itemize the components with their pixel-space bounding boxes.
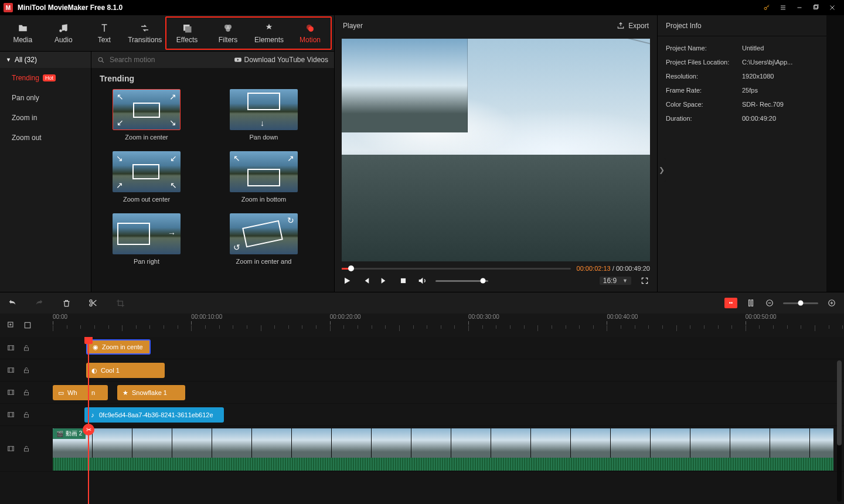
clip-motion[interactable]: ◉ Zoom in cente [86, 339, 151, 355]
clip-transition-1b[interactable]: n [88, 385, 108, 400]
motion-item[interactable]: ↖↗Zoom in bottom [217, 151, 311, 203]
playhead[interactable]: ✂ [88, 337, 89, 504]
search-icon [97, 56, 105, 64]
menu-icon[interactable] [775, 0, 791, 15]
close-button[interactable] [824, 0, 840, 15]
unlock-icon[interactable] [23, 367, 30, 374]
sidebar-item-zoom-in[interactable]: Zoom in [0, 108, 91, 128]
motion-gallery: Trending ↖↗↙↘Zoom in center↓Pan down↘↙↗↖… [91, 68, 334, 292]
volume-slider[interactable] [435, 280, 488, 282]
sidebar-header[interactable]: ▼ All (32) [0, 52, 91, 68]
volume-icon[interactable] [417, 275, 427, 286]
motion-item[interactable]: ↘↙↗↖Zoom out center [100, 151, 193, 203]
category-sidebar: ▼ All (32) TrendingHotPan onlyZoom inZoo… [0, 52, 91, 292]
hot-badge: Hot [43, 74, 56, 81]
filters-icon [223, 23, 233, 33]
section-title: Trending [100, 74, 326, 83]
tab-text[interactable]: Text [84, 15, 125, 51]
tab-filters[interactable]: Filters [207, 18, 249, 49]
video-track-icon [7, 389, 15, 396]
scissors-icon[interactable]: ✂ [83, 424, 94, 435]
sidebar-item-trending[interactable]: TrendingHot [0, 68, 91, 88]
marker-button[interactable]: •• [724, 298, 737, 308]
video-clip-label[interactable]: 🎬 動画 2 [53, 428, 86, 439]
tab-elements[interactable]: Elements [249, 18, 290, 49]
app-title: MiniTool MovieMaker Free 8.1.0 [18, 4, 122, 12]
tab-transitions[interactable]: Transitions [125, 15, 166, 51]
unlock-icon[interactable] [23, 445, 30, 452]
info-row: Duration:00:00:49:20 [658, 111, 826, 125]
download-youtube-link[interactable]: Download YouTube Videos [234, 56, 328, 64]
audio-waveform [53, 458, 833, 471]
motion-item[interactable]: ↓Pan down [217, 89, 311, 141]
timeline-scrollbar[interactable] [837, 360, 842, 502]
unlock-icon[interactable] [23, 345, 30, 352]
video-preview[interactable] [342, 39, 650, 261]
split-button[interactable] [88, 298, 98, 308]
maximize-button[interactable] [808, 0, 824, 15]
play-button[interactable] [342, 275, 352, 286]
svg-rect-4 [185, 26, 192, 33]
info-row: Resolution:1920x1080 [658, 69, 826, 83]
prev-frame-button[interactable] [360, 275, 371, 286]
tab-effects[interactable]: Effects [166, 18, 207, 49]
tab-audio[interactable]: Audio [43, 15, 84, 51]
minimize-button[interactable] [791, 0, 808, 15]
clip-element[interactable]: ★ Snowflake 1 [117, 385, 185, 400]
svg-rect-2 [815, 5, 818, 8]
tab-motion[interactable]: Motion [290, 18, 331, 49]
search-input[interactable] [110, 56, 229, 64]
unlock-icon[interactable] [23, 389, 30, 396]
text-icon [99, 23, 110, 33]
svg-rect-25 [8, 390, 14, 395]
stop-button[interactable] [398, 275, 409, 286]
content-header: Download YouTube Videos [91, 52, 334, 68]
svg-rect-26 [25, 392, 29, 395]
motion-thumb: ↓ [230, 89, 298, 130]
motion-item[interactable]: ↻↺Zoom in center and [217, 213, 311, 265]
sidebar-item-pan-only[interactable]: Pan only [0, 88, 91, 108]
crop-button[interactable] [115, 298, 125, 308]
delete-button[interactable] [61, 298, 72, 308]
timeline-toolbar: •• [0, 292, 844, 314]
folder-icon [18, 23, 28, 33]
youtube-icon [234, 56, 242, 64]
svg-rect-15 [749, 300, 750, 307]
info-row: Project Files Location:C:\Users\bj\App..… [658, 55, 826, 69]
next-frame-button[interactable] [379, 275, 390, 286]
clip-audio[interactable]: ♪ 0fc9e5d4-8aa7-4b36-8241-3611eb612e [84, 407, 224, 423]
elements-icon [264, 23, 274, 33]
tab-highlight-box: Effects Filters Elements Motion [165, 16, 332, 50]
motion-label: Zoom in center [125, 134, 168, 141]
fullscreen-button[interactable] [639, 275, 650, 286]
collapse-info-button[interactable]: ❯ [658, 158, 666, 182]
redo-button[interactable] [34, 298, 45, 308]
undo-button[interactable] [7, 298, 18, 308]
key-icon[interactable] [758, 0, 775, 15]
time-ruler[interactable]: 00:0000:00:10:0000:00:20:0000:00:30:0000… [53, 314, 833, 337]
motion-item[interactable]: →Pan right [100, 213, 193, 265]
effects-icon [182, 23, 192, 33]
timeline-tracks: ✂ ◉ Zoom in cente ◐ [0, 337, 844, 504]
clip-filter[interactable]: ◐ Cool 1 [86, 363, 165, 378]
track-options-icon[interactable] [23, 321, 32, 329]
zoom-out-button[interactable] [764, 298, 775, 308]
sidebar-item-zoom-out[interactable]: Zoom out [0, 128, 91, 148]
zoom-in-button[interactable] [826, 298, 837, 308]
unlock-icon[interactable] [23, 411, 30, 418]
svg-rect-30 [25, 448, 29, 451]
export-button[interactable]: Export [617, 22, 649, 30]
motion-icon: ◉ [92, 343, 99, 350]
video-track-icon [7, 411, 15, 418]
info-row: Color Space:SDR- Rec.709 [658, 97, 826, 111]
magnet-button[interactable] [746, 298, 756, 308]
aspect-select[interactable]: 16:9 ▼ [600, 277, 631, 285]
zoom-slider[interactable] [783, 302, 818, 304]
motion-item[interactable]: ↖↗↙↘Zoom in center [100, 89, 193, 141]
seek-bar[interactable] [342, 268, 571, 270]
tab-media[interactable]: Media [2, 15, 43, 51]
effects-icon: ▭ [57, 389, 64, 396]
video-clip[interactable] [53, 428, 833, 458]
add-track-icon[interactable] [7, 321, 15, 329]
primary-tabs: Media Audio Text Transitions Effects [0, 15, 334, 52]
